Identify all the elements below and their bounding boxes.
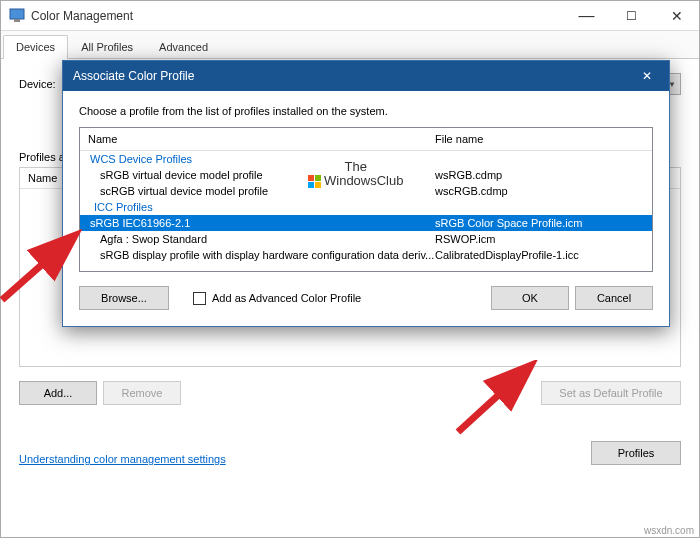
list-item-selected[interactable]: sRGB IEC61966-2.1 sRGB Color Space Profi…: [80, 215, 652, 231]
footer-watermark: wsxdn.com: [644, 525, 694, 536]
profiles-col-name: Name: [28, 172, 57, 184]
profiles-button[interactable]: Profiles: [591, 441, 681, 465]
group-wcs[interactable]: WCS Device Profiles: [80, 151, 652, 167]
main-close-button[interactable]: ✕: [654, 1, 699, 31]
list-header: Name File name: [80, 128, 652, 151]
list-item[interactable]: scRGB virtual device model profile wscRG…: [80, 183, 652, 199]
dialog-instruction: Choose a profile from the list of profil…: [79, 105, 653, 117]
cancel-button[interactable]: Cancel: [575, 286, 653, 310]
col-name-header[interactable]: Name: [80, 133, 435, 145]
ok-button[interactable]: OK: [491, 286, 569, 310]
dialog-close-button[interactable]: ✕: [624, 61, 669, 91]
dialog-title: Associate Color Profile: [73, 69, 194, 83]
remove-button: Remove: [103, 381, 181, 405]
advanced-checkbox[interactable]: [193, 292, 206, 305]
tab-devices[interactable]: Devices: [3, 35, 68, 59]
dialog-title-bar: Associate Color Profile ✕: [63, 61, 669, 91]
advanced-checkbox-label[interactable]: Add as Advanced Color Profile: [212, 292, 361, 304]
profile-list[interactable]: Name File name WCS Device Profiles sRGB …: [79, 127, 653, 272]
tab-strip: Devices All Profiles Advanced: [1, 31, 699, 59]
tab-all-profiles[interactable]: All Profiles: [68, 35, 146, 58]
associate-profile-dialog: Associate Color Profile ✕ Choose a profi…: [62, 60, 670, 327]
maximize-button[interactable]: ☐: [609, 1, 654, 31]
minimize-button[interactable]: —: [564, 1, 609, 31]
list-item[interactable]: Agfa : Swop Standard RSWOP.icm: [80, 231, 652, 247]
svg-rect-1: [14, 19, 20, 22]
set-default-button: Set as Default Profile: [541, 381, 681, 405]
browse-button[interactable]: Browse...: [79, 286, 169, 310]
group-icc[interactable]: ICC Profiles: [80, 199, 652, 215]
main-title-bar: Color Management — ☐ ✕: [1, 1, 699, 31]
list-item[interactable]: sRGB virtual device model profile wsRGB.…: [80, 167, 652, 183]
svg-rect-0: [10, 9, 24, 19]
help-link[interactable]: Understanding color management settings: [19, 453, 226, 465]
main-window-title: Color Management: [31, 9, 133, 23]
col-file-header[interactable]: File name: [435, 133, 652, 145]
tab-advanced[interactable]: Advanced: [146, 35, 221, 58]
add-button[interactable]: Add...: [19, 381, 97, 405]
app-icon: [9, 8, 25, 24]
list-item[interactable]: sRGB display profile with display hardwa…: [80, 247, 652, 263]
